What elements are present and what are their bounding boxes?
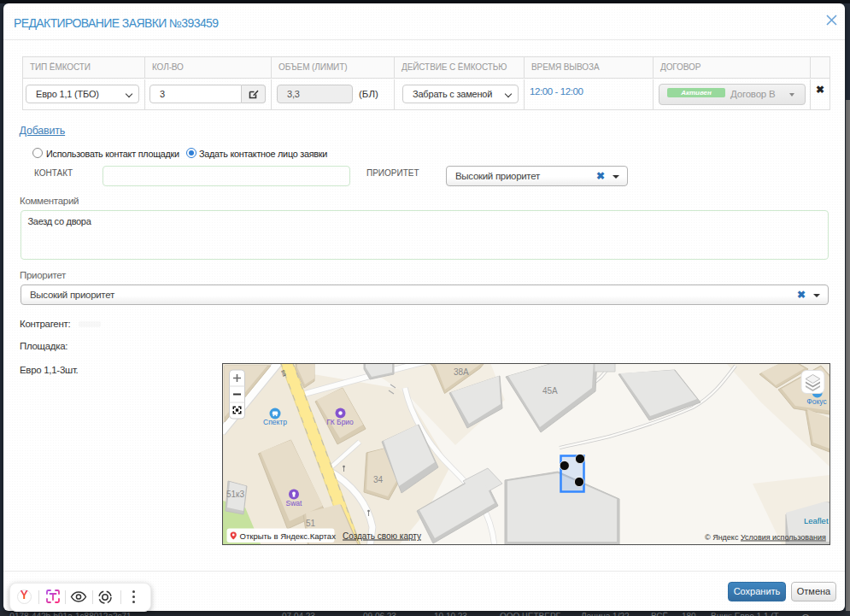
svg-text:ГК Брио: ГК Брио [326, 418, 354, 426]
svg-text:51к3: 51к3 [226, 490, 244, 499]
svg-text:45А: 45А [542, 386, 558, 396]
svg-text:38А: 38А [454, 367, 469, 377]
svg-text:Открыть в Яндекс.Картах: Открыть в Яндекс.Картах [240, 531, 337, 541]
svg-text:Фокус: Фокус [806, 397, 827, 406]
svg-text:© Яндекс Условия использования: © Яндекс Условия использования [705, 533, 826, 542]
svg-text:Leaflet: Leaflet [804, 516, 829, 525]
svg-text:Создать свою карту: Создать свою карту [343, 531, 421, 541]
svg-text:Swat: Swat [286, 499, 303, 507]
svg-text:Спектр: Спектр [263, 418, 287, 426]
svg-text:51: 51 [306, 519, 316, 528]
svg-text:34: 34 [373, 475, 384, 484]
